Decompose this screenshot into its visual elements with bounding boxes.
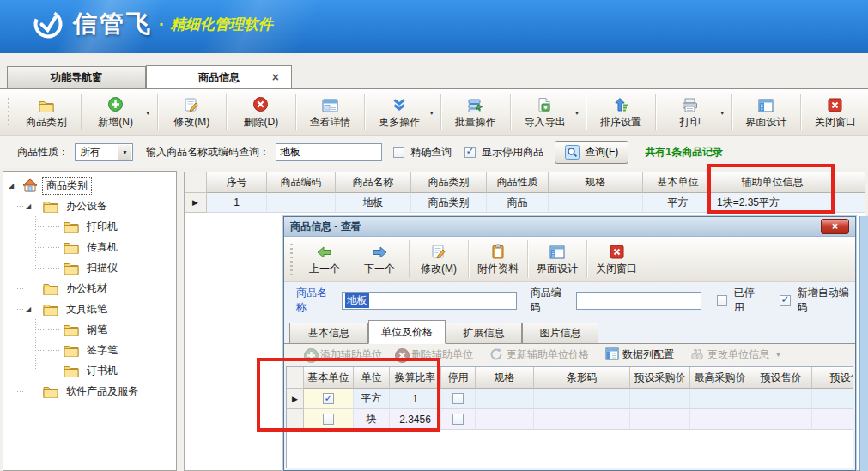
close-window-button[interactable]: 关闭窗口 bbox=[589, 237, 644, 281]
unit-table-row[interactable]: ▶平方1 bbox=[287, 389, 853, 409]
column-header[interactable]: 换算比率 bbox=[390, 367, 441, 389]
sort-settings-button[interactable]: 排序设置 bbox=[588, 91, 653, 133]
delete-aux-unit-button: 删除辅助单位 bbox=[388, 346, 479, 363]
table-cell: 地板 bbox=[336, 193, 411, 213]
column-header[interactable]: 单位 bbox=[354, 367, 390, 389]
tree-node-marker[interactable]: 签字笔 bbox=[3, 340, 177, 360]
tab-product-info[interactable]: 商品信息× bbox=[146, 65, 292, 88]
add-aux-unit-button-label: 添加辅助单位 bbox=[320, 347, 382, 362]
tree-expander-icon[interactable]: ◢ bbox=[26, 202, 31, 210]
unit-table-cell bbox=[690, 389, 750, 409]
unit-disabled-checkbox[interactable] bbox=[452, 414, 464, 425]
tree-node-office-equipment[interactable]: ◢办公设备 bbox=[3, 196, 177, 216]
import-export-button[interactable]: 导入导出▼ bbox=[512, 91, 584, 133]
column-header[interactable]: 规格 bbox=[549, 172, 643, 193]
product-code-input[interactable] bbox=[576, 292, 701, 310]
dialog-close-button[interactable]: × bbox=[821, 219, 849, 234]
record-count: 共有1条商品记录 bbox=[645, 145, 723, 160]
base-unit-checkbox[interactable] bbox=[323, 414, 334, 425]
delete-aux-unit-button-label: 删除辅助单位 bbox=[411, 347, 473, 362]
tab-image-info[interactable]: 图片信息 bbox=[522, 323, 598, 344]
edit-button[interactable]: 修改(M) bbox=[411, 237, 466, 281]
tree-node-software-services[interactable]: 软件产品及服务 bbox=[3, 381, 177, 402]
attachments-button[interactable]: 附件资料 bbox=[470, 237, 525, 281]
tree-node-scanner[interactable]: 扫描仪 bbox=[3, 257, 177, 278]
show-disabled-checkbox[interactable] bbox=[464, 147, 476, 158]
add-button-dropdown-caret[interactable]: ▼ bbox=[145, 110, 151, 116]
column-header[interactable]: 停用 bbox=[441, 367, 476, 389]
batch-actions-button-label: 批量操作 bbox=[455, 115, 496, 130]
unit-table-row[interactable]: 块2.3456 bbox=[287, 409, 853, 430]
table-row[interactable]: ▶1地板商品类别商品平方1块=2.35平方 bbox=[185, 193, 865, 213]
chevron-down-icon[interactable]: ▼ bbox=[118, 145, 131, 160]
print-button-dropdown-caret[interactable]: ▼ bbox=[719, 110, 725, 116]
ui-design-button[interactable]: 界面设计 bbox=[733, 91, 798, 133]
delete-button[interactable]: 删除(D) bbox=[228, 91, 294, 133]
column-header[interactable]: 商品名称 bbox=[336, 172, 411, 193]
column-header[interactable]: 预设售价 bbox=[750, 367, 812, 389]
exact-query-checkbox[interactable] bbox=[393, 147, 404, 158]
tab-close-icon[interactable]: × bbox=[272, 73, 279, 82]
column-header[interactable]: 基本单位 bbox=[304, 367, 354, 389]
tree-node-printer[interactable]: 打印机 bbox=[3, 216, 177, 237]
column-header[interactable]: 基本单位 bbox=[643, 172, 713, 193]
column-header[interactable]: 最高采购价 bbox=[690, 367, 750, 389]
autocode-checkbox[interactable] bbox=[780, 295, 790, 306]
main-toolbar: 商品类别新增(N)▼修改(M)删除(D)查看详情更多操作▼批量操作导入导出▼排序… bbox=[0, 89, 868, 136]
ui-design-button[interactable]: 界面设计 bbox=[530, 237, 585, 281]
tree-node-office-supplies[interactable]: 办公耗材 bbox=[3, 278, 177, 299]
product-category-button-label: 商品类别 bbox=[26, 115, 67, 130]
edit-icon bbox=[184, 95, 199, 112]
tree-expander-icon[interactable]: ◢ bbox=[9, 182, 14, 190]
tree-node-pen[interactable]: 钢笔 bbox=[3, 319, 177, 340]
column-header[interactable]: 辅助单位信息 bbox=[713, 172, 832, 193]
column-header[interactable]: 商品性质 bbox=[487, 172, 549, 193]
column-header[interactable]: 预设采购价 bbox=[630, 367, 690, 389]
column-header[interactable]: 商品类别 bbox=[411, 172, 487, 193]
toolbar-separator bbox=[586, 240, 587, 278]
tab-unit-price[interactable]: 单位及价格 bbox=[368, 320, 446, 344]
search-icon bbox=[565, 145, 580, 160]
close-window-button[interactable]: 关闭窗口 bbox=[803, 91, 868, 133]
column-header[interactable] bbox=[832, 172, 865, 193]
import-export-button-dropdown-caret[interactable]: ▼ bbox=[574, 110, 580, 116]
tab-extended-info[interactable]: 扩展信息 bbox=[446, 323, 522, 344]
prev-button[interactable]: 上一个 bbox=[297, 237, 352, 281]
column-header[interactable]: 预设售价 bbox=[812, 367, 853, 389]
batch-actions-button[interactable]: 批量操作 bbox=[443, 91, 508, 133]
column-config-button[interactable]: 数据列配置 bbox=[599, 346, 680, 363]
more-actions-button[interactable]: 更多操作▼ bbox=[367, 91, 439, 133]
view-detail-button[interactable]: 查看详情 bbox=[297, 91, 362, 133]
right-scroll-strip bbox=[859, 216, 868, 471]
tree-node-stationery[interactable]: ◢文具纸笔 bbox=[3, 299, 177, 319]
tree-node-stationery-label: 文具纸笔 bbox=[63, 301, 111, 317]
base-unit-checkbox[interactable] bbox=[323, 393, 334, 404]
column-header[interactable]: 序号 bbox=[207, 172, 267, 193]
print-button[interactable]: 打印▼ bbox=[658, 91, 730, 133]
tree-expander-icon[interactable]: ◢ bbox=[26, 305, 31, 313]
tree-node-root[interactable]: ◢商品类别 bbox=[3, 175, 177, 196]
product-category-button[interactable]: 商品类别 bbox=[14, 91, 79, 133]
column-header[interactable]: 规格 bbox=[476, 367, 534, 389]
unit-disabled-checkbox[interactable] bbox=[452, 393, 464, 404]
product-nature-select[interactable]: 所有 ▼ bbox=[75, 143, 133, 161]
edit-button[interactable]: 修改(M) bbox=[159, 91, 224, 133]
tree-node-stapler[interactable]: 订书机 bbox=[3, 360, 177, 381]
product-name-input[interactable]: 地板 bbox=[342, 292, 517, 310]
edit-icon bbox=[431, 242, 446, 259]
tree-node-fax[interactable]: 传真机 bbox=[3, 237, 177, 257]
add-button[interactable]: 新增(N)▼ bbox=[83, 91, 155, 133]
unit-table-cell: 2.3456 bbox=[390, 409, 441, 430]
toolbar-grip[interactable] bbox=[8, 98, 9, 126]
search-input[interactable] bbox=[276, 143, 382, 161]
next-button[interactable]: 下一个 bbox=[352, 237, 407, 281]
column-header[interactable]: 条形码 bbox=[534, 367, 630, 389]
more-actions-button-dropdown-caret[interactable]: ▼ bbox=[428, 110, 434, 116]
toolbar-grip[interactable] bbox=[290, 244, 293, 275]
tab-basic-info[interactable]: 基本信息 bbox=[289, 323, 368, 344]
column-header[interactable]: 商品编码 bbox=[267, 172, 336, 193]
disabled-checkbox[interactable] bbox=[717, 295, 727, 306]
tab-nav-window[interactable]: 功能导航窗 bbox=[7, 66, 146, 88]
query-button[interactable]: 查询(F) bbox=[555, 141, 628, 164]
dialog-form-row: 商品名称 地板 商品编码 已停用 新增自动编码 bbox=[284, 282, 855, 318]
